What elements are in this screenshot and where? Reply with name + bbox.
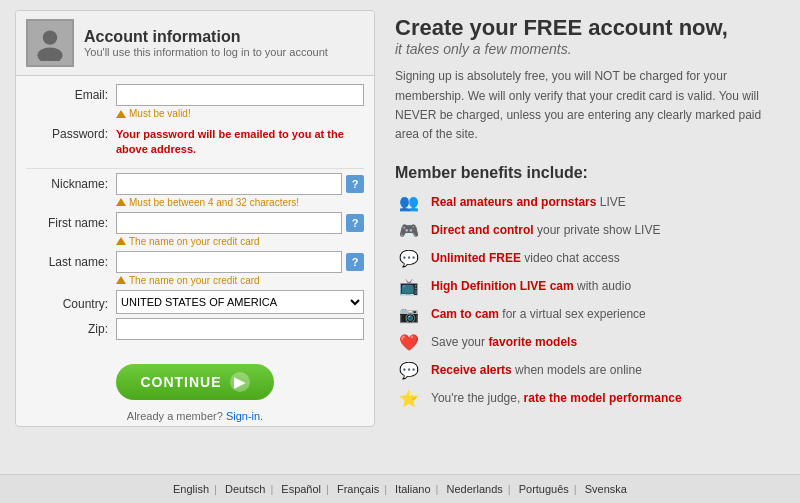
continue-label: CONTINUE	[140, 374, 221, 390]
footer-link-espanol[interactable]: Español	[276, 483, 326, 495]
zip-label: Zip:	[26, 318, 116, 336]
footer-link-francais[interactable]: Français	[332, 483, 384, 495]
benefit-item-4: 📺 High Definition LIVE cam with audio	[395, 276, 785, 296]
benefit-item-5: 📷 Cam to cam for a virtual sex experienc…	[395, 304, 785, 324]
firstname-row: First name: ? The name on your credit ca…	[26, 212, 364, 247]
firstname-hint-text: The name on your credit card	[129, 236, 260, 247]
lastname-hint-text: The name on your credit card	[129, 275, 260, 286]
form-subtitle: You'll use this information to log in to…	[84, 46, 328, 58]
form-title: Account information	[84, 28, 328, 46]
main-content: Account information You'll use this info…	[0, 0, 800, 474]
lastname-field-wrap: ? The name on your credit card	[116, 251, 364, 286]
create-title: Create your FREE account now,	[395, 15, 785, 41]
nickname-hint: Must be between 4 and 32 characters!	[116, 197, 364, 208]
form-header: Account information You'll use this info…	[16, 11, 374, 76]
benefit-text-1: Real amateurs and pornstars LIVE	[431, 195, 626, 209]
firstname-input-wrap: ?	[116, 212, 364, 234]
footer-link-nederlands[interactable]: Nederlands	[442, 483, 508, 495]
lastname-input-wrap: ?	[116, 251, 364, 273]
benefit-icon-8: ⭐	[395, 388, 423, 408]
benefit-item-8: ⭐ You're the judge, rate the model perfo…	[395, 388, 785, 408]
nickname-hint-text: Must be between 4 and 32 characters!	[129, 197, 299, 208]
nickname-row: Nickname: ? Must be between 4 and 32 cha…	[26, 173, 364, 208]
benefit-icon-7: 💬	[395, 360, 423, 380]
benefit-text-7: Receive alerts when models are online	[431, 363, 642, 377]
nickname-label: Nickname:	[26, 173, 116, 191]
email-row: Email: Must be valid!	[26, 84, 364, 119]
benefit-item-2: 🎮 Direct and control your private show L…	[395, 220, 785, 240]
benefit-text-6: Save your favorite models	[431, 335, 577, 349]
svg-point-0	[43, 30, 57, 44]
email-input[interactable]	[116, 84, 364, 106]
benefit-text-8: You're the judge, rate the model perform…	[431, 391, 682, 405]
form-card: Account information You'll use this info…	[15, 10, 375, 427]
already-member-label: Already a member?	[127, 410, 223, 422]
password-label: Password:	[26, 123, 116, 141]
country-row: Country: UNITED STATES OF AMERICA CANADA…	[26, 290, 364, 314]
lastname-info-icon[interactable]: ?	[346, 253, 364, 271]
country-label: Country:	[26, 293, 116, 311]
lastname-label: Last name:	[26, 251, 116, 269]
footer-link-svenska[interactable]: Svenska	[580, 483, 632, 495]
lastname-input[interactable]	[116, 251, 342, 273]
continue-button[interactable]: CONTINUE ▶	[116, 364, 273, 400]
sign-in-link[interactable]: Sign-in.	[226, 410, 263, 422]
create-subtitle: it takes only a few moments.	[395, 41, 785, 57]
benefit-text-5: Cam to cam for a virtual sex experience	[431, 307, 646, 321]
country-select[interactable]: UNITED STATES OF AMERICA CANADA UNITED K…	[116, 290, 364, 314]
benefit-text-4: High Definition LIVE cam with audio	[431, 279, 631, 293]
email-hint: Must be valid!	[116, 108, 364, 119]
nickname-input-wrap: ?	[116, 173, 364, 195]
firstname-label: First name:	[26, 212, 116, 230]
lastname-hint: The name on your credit card	[116, 275, 364, 286]
page-wrapper: Account information You'll use this info…	[0, 0, 800, 503]
footer-links: English| Deutsch| Español| Français| Ita…	[8, 483, 792, 495]
zip-input[interactable]	[116, 318, 364, 340]
benefit-icon-2: 🎮	[395, 220, 423, 240]
benefit-icon-1: 👥	[395, 192, 423, 212]
benefit-icon-3: 💬	[395, 248, 423, 268]
warning-triangle-icon2	[116, 198, 126, 206]
email-hint-text: Must be valid!	[129, 108, 191, 119]
warning-triangle-icon	[116, 110, 126, 118]
benefit-text-3: Unlimited FREE video chat access	[431, 251, 620, 265]
header-text: Account information You'll use this info…	[84, 28, 328, 58]
warning-triangle-icon4	[116, 276, 126, 284]
benefit-item-1: 👥 Real amateurs and pornstars LIVE	[395, 192, 785, 212]
benefit-icon-6: ❤️	[395, 332, 423, 352]
avatar-icon	[26, 19, 74, 67]
benefit-item-3: 💬 Unlimited FREE video chat access	[395, 248, 785, 268]
nickname-input[interactable]	[116, 173, 342, 195]
zip-field-wrap	[116, 318, 364, 340]
password-row: Password: Your password will be emailed …	[26, 123, 364, 162]
form-footer: CONTINUE ▶ Already a member? Sign-in.	[16, 356, 374, 426]
footer-link-deutsch[interactable]: Deutsch	[220, 483, 270, 495]
email-field-wrap: Must be valid!	[116, 84, 364, 119]
benefit-icon-5: 📷	[395, 304, 423, 324]
left-panel: Account information You'll use this info…	[15, 10, 375, 464]
nickname-info-icon[interactable]: ?	[346, 175, 364, 193]
create-desc: Signing up is absolutely free, you will …	[395, 67, 785, 144]
footer-link-portugues[interactable]: Português	[514, 483, 574, 495]
svg-point-1	[37, 48, 62, 62]
password-field-wrap: Your password will be emailed to you at …	[116, 123, 364, 162]
nickname-field-wrap: ? Must be between 4 and 32 characters!	[116, 173, 364, 208]
page-footer: English| Deutsch| Español| Français| Ita…	[0, 474, 800, 503]
password-hint: Your password will be emailed to you at …	[116, 123, 364, 162]
firstname-hint: The name on your credit card	[116, 236, 364, 247]
firstname-info-icon[interactable]: ?	[346, 214, 364, 232]
email-label: Email:	[26, 84, 116, 102]
firstname-input[interactable]	[116, 212, 342, 234]
lastname-row: Last name: ? The name on your credit car…	[26, 251, 364, 286]
benefit-item-7: 💬 Receive alerts when models are online	[395, 360, 785, 380]
zip-row: Zip:	[26, 318, 364, 340]
country-field-wrap: UNITED STATES OF AMERICA CANADA UNITED K…	[116, 290, 364, 314]
firstname-field-wrap: ? The name on your credit card	[116, 212, 364, 247]
form-body: Email: Must be valid! Password:	[16, 76, 374, 356]
right-panel: Create your FREE account now, it takes o…	[395, 10, 785, 464]
benefit-text-2: Direct and control your private show LIV…	[431, 223, 660, 237]
divider	[26, 168, 364, 169]
already-member-text: Already a member? Sign-in.	[127, 410, 263, 422]
footer-link-english[interactable]: English	[168, 483, 214, 495]
footer-link-italiano[interactable]: Italiano	[390, 483, 435, 495]
